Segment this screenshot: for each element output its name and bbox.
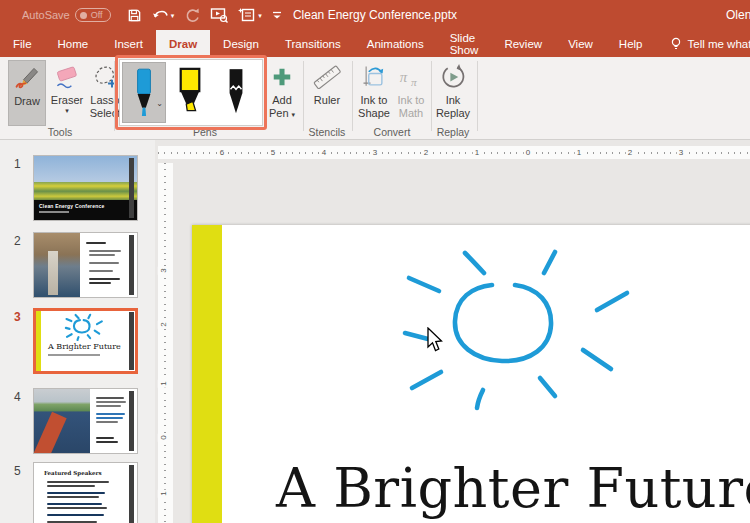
slide-1-subtitle-line (39, 211, 69, 213)
pen-options-chevron-icon[interactable]: ⌄ (156, 99, 163, 108)
text-line (96, 421, 118, 423)
autosave-toggle[interactable]: AutoSave Off (22, 8, 111, 22)
slide-3-thumb[interactable]: A Brighter Future (33, 308, 138, 374)
text-line (89, 250, 121, 252)
add-pen-label: AddPen ▾ (269, 94, 295, 119)
eraser-dropdown-icon[interactable]: ▾ (65, 107, 69, 114)
ruler-button[interactable]: Ruler (306, 60, 348, 126)
group-divider (352, 61, 353, 131)
redo-button[interactable] (184, 7, 200, 23)
text-line (89, 262, 119, 264)
tab-home[interactable]: Home (45, 30, 102, 57)
slide-1-thumb[interactable]: Clean Energy Conference (33, 155, 138, 221)
text-line (96, 437, 114, 439)
solar-panel-photo (34, 389, 90, 453)
ruler-number: 1 (575, 147, 583, 158)
ruler-number: 2 (158, 320, 169, 328)
eraser-button[interactable]: Eraser ▾ (48, 60, 86, 126)
autosave-switch[interactable]: Off (75, 8, 111, 22)
group-divider (477, 61, 478, 131)
slide-4-thumb[interactable] (33, 388, 138, 454)
ruler-icon (312, 62, 342, 92)
black-pen-icon (225, 66, 247, 120)
ink-to-math-button: ππ Ink toMath (393, 60, 429, 126)
add-pen-dropdown-icon[interactable]: ▾ (292, 111, 296, 118)
slide-2-thumb[interactable] (33, 232, 138, 298)
pen-yellow-highlighter[interactable] (168, 62, 212, 123)
ruler-number: 0 (158, 433, 169, 441)
draw-tool-button[interactable]: Draw (8, 60, 46, 126)
dam-tower (48, 251, 58, 295)
accent-bar (129, 312, 134, 370)
ruler-number: 1 (473, 147, 481, 158)
horizontal-ruler[interactable]: 6 5 4 3 2 1 0 1 2 3 (158, 146, 750, 159)
text-line (89, 254, 115, 256)
text-line (89, 270, 113, 272)
slide-thumbnail-panel[interactable]: 1 Clean Energy Conference 2 (0, 140, 155, 523)
undo-button[interactable]: ▾ (152, 8, 175, 23)
user-name: Olenn (726, 8, 750, 22)
new-slide-dropdown-icon[interactable]: ▾ (258, 12, 262, 19)
quick-access-toolbar: ▾ ▾ (127, 7, 282, 23)
ruler-number: 0 (524, 147, 532, 158)
ruler-number: 2 (626, 147, 634, 158)
tab-view[interactable]: View (555, 30, 606, 57)
vertical-ruler[interactable]: 3 2 1 0 1 (158, 163, 173, 523)
tab-help[interactable]: Help (606, 30, 656, 57)
add-pen-plus-icon (271, 62, 293, 92)
convert-group-label: Convert (355, 126, 429, 138)
ruler-number: 5 (269, 147, 277, 158)
yellow-accent-bar (36, 311, 41, 371)
slide-canvas[interactable]: A Brighter Future (192, 225, 750, 523)
text-line (47, 507, 107, 509)
mouse-cursor-icon (426, 327, 444, 353)
ruler-number: 4 (320, 147, 328, 158)
ink-replay-icon (439, 62, 467, 92)
pen-blue[interactable]: ⌄ (122, 62, 166, 123)
customize-toolbar-button[interactable] (272, 9, 282, 21)
tab-insert[interactable]: Insert (101, 30, 156, 57)
slide-number: 3 (14, 310, 21, 324)
tab-animations[interactable]: Animations (354, 30, 437, 57)
link-text-line (96, 413, 125, 415)
tab-draw[interactable]: Draw (156, 30, 210, 57)
ink-to-shape-button[interactable]: Ink toShape (355, 60, 393, 126)
ink-replay-button[interactable]: InkReplay (433, 60, 473, 126)
ruler-label: Ruler (314, 94, 340, 107)
pens-group-label: Pens (150, 126, 260, 138)
tab-transitions[interactable]: Transitions (272, 30, 354, 57)
eraser-icon (53, 62, 81, 92)
svg-text:π: π (411, 76, 417, 88)
undo-dropdown-icon[interactable]: ▾ (171, 12, 175, 19)
slide-number: 4 (14, 390, 21, 404)
slide-1-title: Clean Energy Conference (39, 203, 104, 209)
ruler-number: 3 (158, 266, 169, 274)
tab-design[interactable]: Design (210, 30, 272, 57)
save-button[interactable] (127, 8, 142, 23)
draw-tool-label: Draw (14, 95, 40, 108)
yellow-highlighter-icon (177, 66, 203, 120)
tab-review[interactable]: Review (491, 30, 555, 57)
yellow-accent-bar (192, 225, 222, 523)
ruler-number: 1 (158, 379, 169, 387)
ink-to-math-label: Ink toMath (398, 94, 425, 119)
document-title: Clean Energy Conference.pptx (0, 0, 750, 30)
slide-3-title: A Brighter Future (48, 342, 121, 351)
pen-gallery: ⌄ (119, 59, 263, 126)
tab-file[interactable]: File (0, 30, 45, 57)
slide-editor[interactable]: 6 5 4 3 2 1 0 1 2 3 3 2 1 0 1 (155, 140, 750, 523)
text-line (96, 441, 118, 443)
text-line (47, 481, 109, 483)
start-from-beginning-button[interactable] (210, 7, 228, 23)
slide-5-thumb[interactable]: Featured Speakers (33, 462, 138, 523)
pen-black[interactable] (214, 62, 258, 123)
new-slide-button[interactable]: ▾ (238, 7, 262, 23)
tell-me-label: Tell me what you (688, 38, 750, 50)
add-pen-button[interactable]: AddPen ▾ (264, 60, 300, 126)
text-line (47, 514, 104, 516)
ruler-number: 1 (158, 489, 169, 497)
tell-me-box[interactable]: Tell me what you (656, 30, 750, 57)
customize-toolbar-icon (272, 9, 282, 21)
tab-slide-show[interactable]: Slide Show (437, 30, 492, 57)
slide-title-text[interactable]: A Brighter Future (276, 457, 750, 520)
